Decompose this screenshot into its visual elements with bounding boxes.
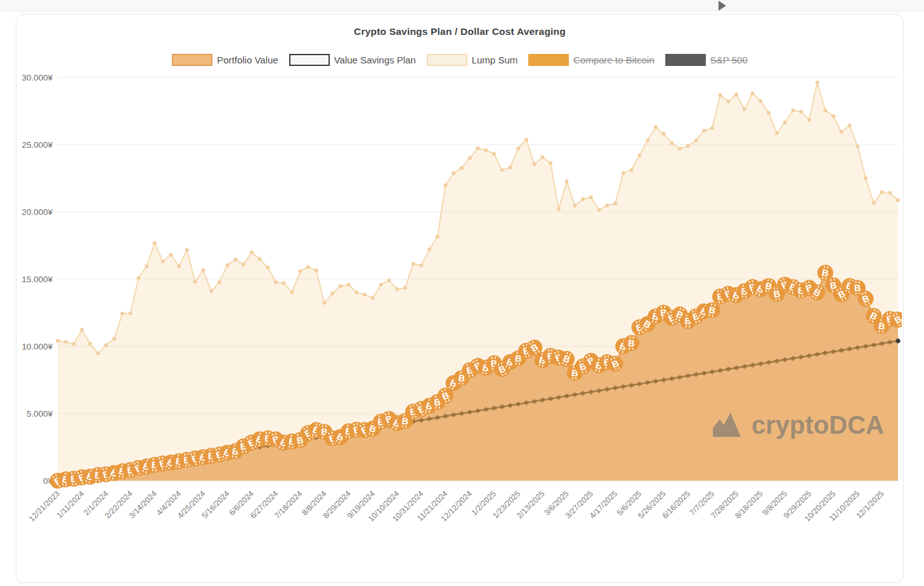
legend-label: S&P 500 [710,55,748,65]
svg-text:12/21/2023: 12/21/2023 [27,489,62,523]
y-axis-labels: 0¥5.000¥10.000¥15.000¥20.000¥25.000¥30.0… [22,73,53,486]
legend-swatch-compare-to-bitcoin [528,54,569,66]
x-axis-labels: 12/21/20231/11/20242/1/20242/22/20243/14… [27,489,886,523]
legend-swatch-lump-sum [427,54,467,66]
legend-item-portfolio-value[interactable]: Portfolio Value [172,54,278,66]
chart-canvas: B 0¥5.000¥10.000¥15.000¥20.000¥25.000¥30… [16,15,902,581]
legend-item-lump-sum[interactable]: Lump Sum [427,54,518,66]
chart-title: Crypto Savings Plan / Dollar Cost Averag… [16,26,903,37]
legend-item-compare-to-bitcoin[interactable]: Compare to Bitcoin [528,54,654,66]
svg-text:5.000¥: 5.000¥ [27,409,53,419]
legend-swatch-portfolio-value [172,54,212,66]
legend-swatch-value-savings-plan [289,54,330,66]
expand-panel-icon[interactable] [719,1,726,11]
svg-text:25.000¥: 25.000¥ [22,140,53,150]
svg-text:30.000¥: 30.000¥ [22,73,53,82]
chart-legend: Portfolio Value Value Savings Plan Lump … [16,54,903,66]
legend-item-value-savings-plan[interactable]: Value Savings Plan [289,54,416,66]
svg-text:10.000¥: 10.000¥ [22,342,53,351]
legend-label: Lump Sum [472,55,518,65]
legend-item-sp500[interactable]: S&P 500 [665,54,748,66]
svg-text:15.000¥: 15.000¥ [22,275,53,284]
top-bar [0,0,924,11]
legend-label: Value Savings Plan [334,55,416,65]
legend-swatch-sp500 [665,54,706,66]
legend-label: Portfolio Value [217,55,278,65]
svg-text:20.000¥: 20.000¥ [22,207,53,217]
legend-label: Compare to Bitcoin [573,55,654,65]
chart-card: B 0¥5.000¥10.000¥15.000¥20.000¥25.000¥30… [16,14,904,583]
